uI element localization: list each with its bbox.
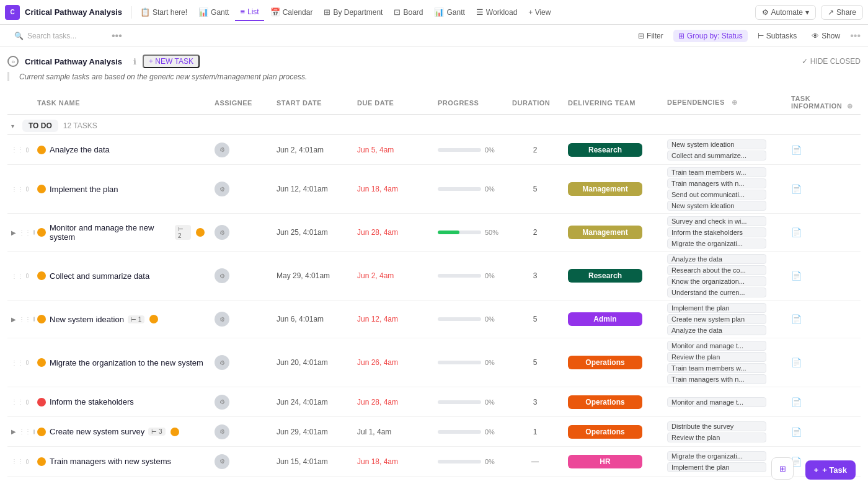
tab-workload[interactable]: ☰ Workload (471, 4, 522, 21)
assignee-cell[interactable]: ⚙ (210, 454, 272, 469)
info-cell[interactable]: 📄 (786, 271, 861, 281)
task-checkbox[interactable] (26, 360, 29, 365)
add-col-btn[interactable]: ⊕ (732, 99, 738, 106)
task-checkbox[interactable] (26, 273, 29, 278)
info-cell[interactable]: 📄 (786, 427, 861, 437)
expand-row-icon[interactable]: ▶ (11, 316, 16, 323)
drag-handle[interactable]: ⋮⋮ (7, 146, 32, 153)
task-name-cell[interactable]: Train managers with new systems (32, 457, 210, 466)
info-cell[interactable]: 📄 (786, 184, 861, 194)
dep-tag[interactable]: Monitor and manage t... (667, 341, 766, 351)
start-date-cell: Jun 20, 4:01am (272, 358, 352, 367)
drag-handle[interactable]: ▶ ⋮⋮ (7, 229, 32, 236)
assignee-cell[interactable]: ⚙ (210, 225, 272, 240)
assignee-cell[interactable]: ⚙ (210, 182, 272, 196)
dep-tag[interactable]: Train managers with n... (667, 178, 766, 188)
tab-gantt2[interactable]: 📊 Gantt (429, 4, 469, 21)
col-duedate: DUE DATE (352, 99, 433, 107)
dep-tag[interactable]: Survey and check in wi... (667, 216, 766, 226)
dep-tag[interactable]: Migrate the organizati... (667, 451, 766, 461)
dep-tag[interactable]: Implement the plan (667, 303, 766, 313)
task-name-cell[interactable]: Monitor and manage the new system ⊢ 2 (32, 223, 210, 242)
collapse-section-button[interactable]: ○ (7, 56, 19, 67)
dep-tag[interactable]: Inform the stakeholders (667, 227, 766, 237)
expand-row-icon[interactable]: ▶ (11, 229, 16, 236)
dep-tag[interactable]: Train team members w... (667, 167, 766, 177)
info-cell[interactable]: 📄 (786, 227, 861, 237)
dep-tag[interactable]: Send out communicati... (667, 190, 766, 200)
task-checkbox[interactable] (26, 147, 29, 152)
task-name-cell[interactable]: Implement the plan (32, 185, 210, 194)
tab-start[interactable]: 📋 Start here! (135, 4, 192, 21)
share-button[interactable]: ↗ Share (821, 5, 863, 20)
drag-handle[interactable]: ⋮⋮ (7, 359, 32, 366)
assignee-cell[interactable]: ⚙ (210, 268, 272, 283)
info-cell[interactable]: 📄 (786, 314, 861, 324)
dep-tag[interactable]: Understand the curren... (667, 288, 766, 297)
dep-tag[interactable]: Review the plan (667, 433, 766, 442)
dep-tag[interactable]: New system ideation (667, 201, 766, 211)
dep-tag[interactable]: Train team members w... (667, 363, 766, 373)
dep-tag[interactable]: Research about the co... (667, 265, 766, 275)
task-checkbox[interactable] (26, 400, 29, 405)
filter-button[interactable]: ⊟ Filter (633, 30, 668, 42)
tab-list[interactable]: ≡ List (235, 4, 264, 21)
drag-handle[interactable]: ⋮⋮ (7, 458, 32, 465)
show-button[interactable]: 👁 Show (807, 30, 845, 42)
assignee-cell[interactable]: ⚙ (210, 424, 272, 439)
task-name-cell[interactable]: New system ideation ⊢ 1 (32, 315, 210, 324)
dep-tag[interactable]: Migrate the organizati... (667, 239, 766, 248)
duration-cell: 1 (507, 428, 563, 436)
dep-tag[interactable]: Implement the plan (667, 462, 766, 472)
task-name-cell[interactable]: Collect and summarize data (32, 271, 210, 281)
drag-handle[interactable]: ⋮⋮ (7, 273, 32, 279)
info-cell[interactable]: 📄 (786, 358, 861, 367)
more-options-button[interactable]: ••• (112, 30, 122, 42)
group-by-button[interactable]: ⊞ Group by: Status (673, 30, 748, 42)
search-box[interactable]: 🔍 Search tasks... (7, 29, 107, 43)
progress-cell: 0% (433, 428, 507, 436)
task-name-cell[interactable]: Analyze the data (32, 145, 210, 154)
drag-handle[interactable]: ⋮⋮ (7, 186, 32, 193)
subtasks-button[interactable]: ⊢ Subtasks (753, 30, 802, 42)
task-name-cell[interactable]: Migrate the organization to the new syst… (32, 358, 210, 367)
task-checkbox[interactable] (26, 459, 29, 464)
dep-tag[interactable]: Know the organization... (667, 276, 766, 286)
drag-handle[interactable]: ▶ ⋮⋮ (7, 428, 32, 435)
expand-todo-button[interactable]: ▾ (7, 121, 17, 131)
task-checkbox[interactable] (26, 187, 29, 191)
drag-handle[interactable]: ▶ ⋮⋮ (7, 316, 32, 323)
assignee-cell[interactable]: ⚙ (210, 312, 272, 327)
info-cell[interactable]: 📄 (786, 397, 861, 407)
task-name-cell[interactable]: Inform the stakeholders (32, 397, 210, 406)
dep-tag[interactable]: Review the plan (667, 352, 766, 362)
assignee-cell[interactable]: ⚙ (210, 355, 272, 370)
tab-board[interactable]: ⊡ Board (389, 4, 428, 21)
tab-gantt1[interactable]: 📊 Gantt (193, 4, 234, 21)
tab-department[interactable]: ⊞ By Department (319, 4, 388, 21)
new-task-button[interactable]: + NEW TASK (143, 55, 200, 68)
dep-tag[interactable]: Monitor and manage t... (667, 397, 766, 407)
expand-row-icon[interactable]: ▶ (11, 428, 16, 435)
dep-tag[interactable]: Analyze the data (667, 325, 766, 335)
dep-tag[interactable]: Distribute the survey (667, 421, 766, 431)
info-cell[interactable]: 📄 (786, 145, 861, 155)
hide-closed-button[interactable]: ✓ HIDE CLOSED (802, 57, 861, 66)
add-col2-btn[interactable]: ⊕ (847, 102, 853, 110)
assignee-cell[interactable]: ⚙ (210, 143, 272, 157)
assignee-cell[interactable]: ⚙ (210, 395, 272, 410)
dep-tag[interactable]: New system ideation (667, 139, 766, 149)
task-name-cell[interactable]: Create new system survey ⊢ 3 (32, 427, 210, 436)
toolbar-more-button[interactable]: ••• (850, 30, 861, 42)
grid-view-button[interactable]: ⊞ (771, 457, 794, 480)
dep-tag[interactable]: Analyze the data (667, 254, 766, 264)
gantt2-icon: 📊 (434, 7, 444, 17)
tab-add-view[interactable]: + View (523, 4, 556, 21)
dep-tag[interactable]: Train managers with n... (667, 374, 766, 384)
dep-tag[interactable]: Collect and summarize... (667, 151, 766, 160)
tab-calendar[interactable]: 📅 Calendar (265, 4, 318, 21)
dep-tag[interactable]: Create new system plan (667, 314, 766, 324)
add-task-fab[interactable]: + + Task (805, 460, 856, 480)
drag-handle[interactable]: ⋮⋮ (7, 398, 32, 405)
automate-button[interactable]: ⚙ Automate ▾ (755, 5, 816, 20)
